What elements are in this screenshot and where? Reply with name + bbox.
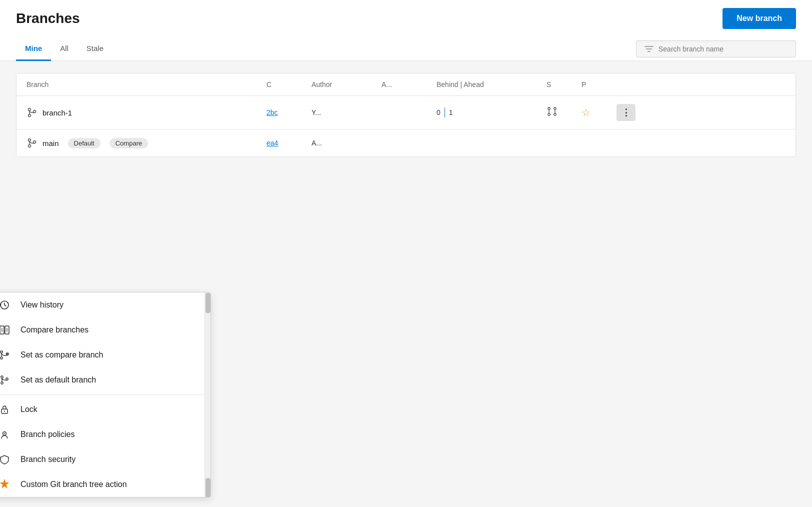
custom-action-icon (0, 479, 10, 490)
security-icon (0, 454, 10, 465)
main-content: Branch C Author A... Behind | Ahead S P (0, 61, 812, 374)
search-input[interactable] (658, 45, 788, 53)
author-cell-main: A... (312, 139, 382, 147)
tabs-row: Mine All Stale (0, 37, 812, 61)
dropdown-label-branch-policies: Branch policies (20, 430, 75, 439)
dropdown-label-set-compare: Set as compare branch (20, 350, 103, 360)
col-author: Author (312, 80, 382, 88)
svg-point-22 (0, 351, 2, 353)
more-button-branch1[interactable]: ⋮ (616, 104, 636, 121)
col-behind-ahead: Behind | Ahead (436, 80, 546, 88)
branch-name-main: main (42, 139, 59, 148)
scrollbar-track[interactable] (204, 292, 210, 497)
dropdown-separator (0, 394, 210, 395)
filter-icon (644, 46, 654, 52)
svg-point-13 (28, 139, 31, 142)
dropdown-item-view-history[interactable]: View history (0, 292, 210, 318)
lock-icon (0, 404, 10, 415)
dropdown-item-branch-policies[interactable]: Branch policies (0, 422, 210, 447)
compare-icon (0, 324, 10, 336)
p-cell-branch1: ☆ (582, 106, 616, 118)
commit-link-branch1[interactable]: 2bc (266, 108, 278, 116)
svg-point-23 (0, 357, 2, 359)
col-s: S (546, 80, 582, 88)
new-branch-button[interactable]: New branch (722, 8, 796, 29)
branch-cell-main: main Default Compare (26, 138, 266, 148)
branch-cell-branch1: branch-1 (26, 107, 266, 118)
svg-point-31 (4, 410, 5, 412)
author-cell-branch1: Y... (312, 108, 382, 116)
col-c: C (266, 80, 312, 88)
dropdown-item-lock[interactable]: Lock (0, 397, 210, 422)
history-icon (0, 300, 10, 310)
s-cell-branch1 (546, 106, 582, 120)
branch-context-menu: View history Compare branches (0, 292, 211, 498)
commit-link-main[interactable]: ea4 (266, 139, 278, 147)
dropdown-label-set-default: Set as default branch (20, 376, 96, 384)
svg-point-15 (34, 141, 36, 144)
dropdown-label-custom-action: Custom Git branch tree action (20, 480, 127, 489)
svg-point-9 (554, 107, 556, 109)
table-header: Branch C Author A... Behind | Ahead S P (16, 74, 796, 96)
svg-point-14 (28, 145, 31, 148)
dropdown-item-branch-security[interactable]: Branch security (0, 447, 210, 472)
table-row: main Default Compare ea4 A... (16, 130, 796, 156)
branch-name-branch1: branch-1 (42, 108, 72, 117)
col-actions (616, 80, 646, 88)
scrollbar-thumb-bottom[interactable] (206, 478, 210, 498)
dropdown-label-lock: Lock (20, 405, 38, 414)
tab-all[interactable]: All (51, 37, 78, 61)
svg-point-27 (1, 382, 3, 384)
dropdown-item-set-compare[interactable]: Set as compare branch (0, 342, 210, 368)
dropdown-item-custom-action[interactable]: Custom Git branch tree action (0, 472, 210, 497)
behind-ahead-branch1: 0 1 (436, 108, 546, 118)
branches-table: Branch C Author A... Behind | Ahead S P (16, 73, 796, 157)
dropdown-label-view-history: View history (20, 300, 64, 310)
dropdown-item-set-default[interactable]: Set as default branch (0, 368, 210, 392)
dropdown-label-branch-security: Branch security (20, 455, 76, 464)
page-title: Branches (16, 10, 80, 26)
set-compare-icon (0, 350, 10, 360)
tab-stale[interactable]: Stale (78, 37, 112, 61)
col-branch: Branch (26, 80, 266, 88)
svg-point-7 (548, 107, 550, 109)
commit-cell-branch1: 2bc (266, 108, 312, 117)
table-row: branch-1 2bc Y... 0 1 (16, 96, 796, 130)
ahead-value: 1 (449, 108, 453, 116)
actions-cell-branch1: ⋮ (616, 104, 646, 121)
tabs-container: Mine All Stale (16, 37, 112, 60)
svg-point-8 (548, 113, 550, 115)
behind-ahead-divider (444, 108, 445, 118)
svg-point-33 (4, 433, 5, 434)
svg-point-10 (554, 113, 556, 115)
branch-icon-main (26, 138, 38, 148)
svg-point-3 (28, 108, 31, 111)
dropdown-label-compare-branches: Compare branches (20, 326, 88, 334)
badge-compare: Compare (110, 138, 148, 148)
page-header: Branches New branch (0, 0, 812, 37)
scrollbar-thumb[interactable] (206, 293, 210, 313)
set-default-icon (0, 374, 10, 386)
pr-icon-branch1 (546, 109, 558, 119)
svg-point-5 (34, 110, 36, 113)
col-age: A... (382, 80, 436, 88)
badge-default: Default (68, 138, 100, 148)
dropdown-item-compare-branches[interactable]: Compare branches (0, 318, 210, 342)
policies-icon (0, 429, 10, 440)
col-p: P (582, 80, 616, 88)
search-box (636, 40, 796, 58)
star-icon-branch1[interactable]: ☆ (582, 107, 590, 118)
svg-point-26 (1, 376, 3, 378)
branch-icon (26, 107, 38, 118)
svg-point-4 (28, 114, 31, 117)
behind-value: 0 (436, 108, 440, 116)
commit-cell-main: ea4 (266, 138, 312, 148)
tab-mine[interactable]: Mine (16, 37, 51, 61)
